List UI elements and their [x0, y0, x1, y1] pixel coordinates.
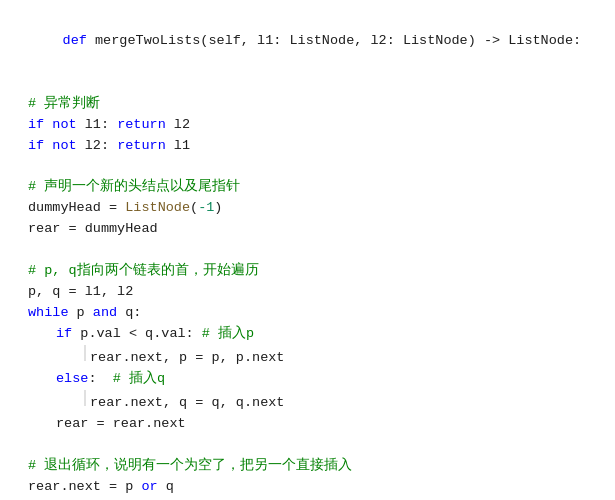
lhs-rn-q: rear.next, q: [90, 393, 187, 414]
ret-type: ListNode: [508, 33, 573, 48]
func-name: mergeTwoLists(: [87, 33, 209, 48]
kw-def: def: [63, 33, 87, 48]
cond-p: p: [69, 303, 93, 324]
op-eq7: =: [101, 477, 125, 498]
assign-rear-next: rear = rear.next: [0, 414, 615, 435]
val-l2: l2: [166, 115, 190, 136]
kw-and: and: [93, 303, 117, 324]
lhs-rn-p: rear.next, p: [90, 348, 187, 369]
var-l1: l1: [77, 115, 101, 136]
colon1: :: [273, 33, 289, 48]
code-editor: def mergeTwoLists(self, l1: ListNode, l2…: [0, 0, 615, 500]
type-ln2: ListNode: [403, 33, 468, 48]
comment-text-3: # p, q指向两个链表的首，开始遍历: [28, 261, 259, 282]
colon2: :: [387, 33, 403, 48]
comment-insert-q: # 插入q: [113, 369, 165, 390]
if-not-l2: if not l2: return l1: [0, 136, 615, 157]
op-eq4: =: [187, 348, 211, 369]
rhs-q-qnext: q, q.next: [212, 393, 285, 414]
kw-if2: if not: [28, 136, 77, 157]
kw-if3: if: [56, 324, 72, 345]
rhs-l1l2: l1, l2: [85, 282, 134, 303]
assign-rear-por-q: rear.next = p or q: [0, 477, 615, 498]
blank-1: [0, 73, 615, 94]
param-l2: l2: [370, 33, 386, 48]
val-l1: l1: [166, 136, 190, 157]
assign-rear-next-p: rear.next, p = p, p.next: [0, 345, 615, 369]
var-l2: l2: [77, 136, 101, 157]
param-self: self: [208, 33, 240, 48]
args-close: ): [214, 198, 222, 219]
indent-bar-1: [84, 345, 86, 361]
comment-declare: # 声明一个新的头结点以及尾指针: [0, 177, 615, 198]
fn-listnode: ListNode: [125, 198, 190, 219]
assign-dummy-head: dummyHead = ListNode(-1): [0, 198, 615, 219]
val-p: p: [125, 477, 141, 498]
kw-if1: if not: [28, 115, 77, 136]
cond-pval: p.val < q.val:: [72, 324, 202, 345]
rhs-p-pnext: p, p.next: [212, 348, 285, 369]
val-q: q: [158, 477, 174, 498]
colon-if1: :: [101, 115, 117, 136]
kw-return1: return: [117, 115, 166, 136]
op-eq2: =: [60, 219, 84, 240]
comma2: ,: [354, 33, 370, 48]
blank-4: [0, 435, 615, 456]
kw-or: or: [141, 477, 157, 498]
kw-else: else: [56, 369, 88, 390]
def-line: def mergeTwoLists(self, l1: ListNode, l2…: [0, 10, 615, 73]
if-pval-line: if p.val < q.val: # 插入p: [0, 324, 615, 345]
comment-text: # 异常判断: [28, 94, 100, 115]
else-line: else: # 插入q: [0, 369, 615, 390]
lhs-rear: rear: [28, 219, 60, 240]
param-l1: l1: [257, 33, 273, 48]
colon-end: :: [573, 33, 581, 48]
rhs-rear-next: rear.next: [113, 414, 186, 435]
indent-bar-2: [84, 390, 86, 406]
comment-text-4: # 退出循环，说明有一个为空了，把另一个直接插入: [28, 456, 352, 477]
comma1: ,: [241, 33, 257, 48]
op-eq1: =: [101, 198, 125, 219]
assign-rear-next-q: rear.next, q = q, q.next: [0, 390, 615, 414]
assign-pq: p, q = l1, l2: [0, 282, 615, 303]
blank-3: [0, 240, 615, 261]
op-eq3: =: [60, 282, 84, 303]
kw-return2: return: [117, 136, 166, 157]
comment-exception: # 异常判断: [0, 94, 615, 115]
lhs-dummy: dummyHead: [28, 198, 101, 219]
lhs-rear-next2: rear.next: [28, 477, 101, 498]
kw-while: while: [28, 303, 69, 324]
arrow: ) ->: [468, 33, 509, 48]
while-line: while p and q:: [0, 303, 615, 324]
op-eq6: =: [88, 414, 112, 435]
assign-rear: rear = dummyHead: [0, 219, 615, 240]
op-eq5: =: [187, 393, 211, 414]
comment-traverse: # p, q指向两个链表的首，开始遍历: [0, 261, 615, 282]
lhs-rear2: rear: [56, 414, 88, 435]
type-ln1: ListNode: [289, 33, 354, 48]
comment-insert-p: # 插入p: [202, 324, 254, 345]
lhs-pq: p, q: [28, 282, 60, 303]
num-neg1: -1: [198, 198, 214, 219]
rhs-dummy: dummyHead: [85, 219, 158, 240]
cond-q: q:: [117, 303, 141, 324]
blank-2: [0, 156, 615, 177]
comment-exit-loop: # 退出循环，说明有一个为空了，把另一个直接插入: [0, 456, 615, 477]
comment-text-2: # 声明一个新的头结点以及尾指针: [28, 177, 240, 198]
if-not-l1: if not l1: return l2: [0, 115, 615, 136]
args-neg1: (: [190, 198, 198, 219]
colon-if2: :: [101, 136, 117, 157]
colon-else: :: [88, 369, 112, 390]
